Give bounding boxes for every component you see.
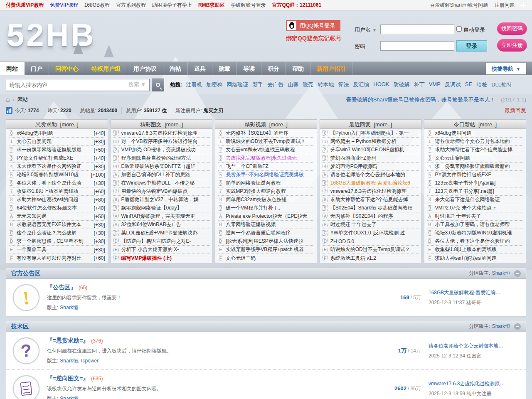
hot-search-link[interactable]: 脱壳: [303, 81, 313, 89]
topic-link[interactable]: vmware17.6.3去虚拟化过检测原理: [330, 188, 419, 195]
topic-link[interactable]: ZH OD 5.0: [330, 239, 419, 244]
topic-link[interactable]: 请各位老师给个文心云封包本地的: [435, 138, 523, 145]
topbar-link[interactable]: 付费优质VIP教程: [6, 2, 44, 9]
quick-nav-button[interactable]: 快捷导航 ▼: [486, 63, 526, 74]
moderator-link[interactable]: Shark恒: [492, 323, 510, 330]
hot-search-link[interactable]: 去广告: [267, 81, 283, 89]
forum-link[interactable]: 『=悬赏求助=』: [47, 337, 89, 344]
nav-tab-9[interactable]: 积分: [261, 62, 286, 75]
find-password-button[interactable]: 找回密码: [497, 22, 527, 35]
nav-tab-6[interactable]: 道具: [188, 62, 212, 75]
topic-link[interactable]: 系统激活工具箱 v1.2: [330, 255, 419, 262]
topic-link[interactable]: YW单文件ODX1.0 [反环境检测 过: [330, 229, 419, 236]
topic-link[interactable]: 简单用C32am突破灰色按钮: [226, 196, 314, 203]
topic-link[interactable]: [脱壳系列]利用ESP定律大法快速脱: [226, 238, 314, 245]
hot-search-link[interactable]: 算法: [338, 81, 349, 89]
hot-search-link[interactable]: 防破解: [394, 81, 410, 89]
topic-link[interactable]: 听说烛火的OD过不去Tvmp反调试？: [226, 138, 314, 145]
topic-link[interactable]: 飞艹一个CF雷盾FZ: [226, 163, 314, 170]
topic-link[interactable]: 求一个解密思路，CE里看不到: [17, 238, 92, 245]
topic-link[interactable]: 求教易语言无壳EXE软件文本: [17, 221, 92, 228]
topic-link[interactable]: 有没有屌大的可以过内存对比: [17, 255, 92, 262]
fullscreen-arrows-icon[interactable]: [520, 2, 526, 8]
topic-link[interactable]: 编写VMP爆破插件 (上): [121, 255, 210, 262]
topic-link[interactable]: 八零网络验证爆破视频: [226, 221, 314, 228]
topic-link[interactable]: 文心云vm和未v快速找三码教程: [226, 146, 314, 153]
topic-link[interactable]: 【防逆向】易语言防逆向之对E-: [121, 238, 210, 245]
nav-tab-11[interactable]: 新用户指引: [310, 62, 352, 75]
topbar-link[interactable]: 168GB教程: [84, 2, 110, 9]
topic-link[interactable]: 求一份飘零网络验证旗舰版最新的: [435, 163, 523, 170]
topic-link[interactable]: 收集些1.8以上版本的离线版: [17, 188, 92, 195]
topic-link[interactable]: 各位大佬，看下这个是什么验证的: [435, 238, 523, 245]
topic-link[interactable]: 某LOL走砍E盾+VMP卡登陆解决办: [121, 229, 210, 236]
hot-search-link[interactable]: 注册机: [186, 81, 202, 89]
topic-link[interactable]: 123云盘电子书分享[Ajax篇]: [435, 180, 523, 187]
collapse-section-button[interactable]: [514, 323, 521, 330]
nav-tab-8[interactable]: 导读: [237, 62, 261, 75]
topic-link[interactable]: PY源文件帮忙打包成EXE: [17, 155, 92, 162]
moderator-link[interactable]: Shark恒: [492, 270, 510, 277]
topic-link[interactable]: 悬赏杀手--不知名网络验证完美爆破: [226, 171, 314, 178]
nav-tab-3[interactable]: 特权用户组: [85, 62, 127, 75]
hot-search-link[interactable]: 新手: [252, 81, 263, 89]
forum-moderator-link[interactable]: Shark恒: [60, 396, 78, 399]
topic-link[interactable]: E盾拯救计划之V37，中转算法，妈: [121, 196, 210, 203]
nav-tab-5[interactable]: 淘帖: [163, 62, 188, 75]
topic-link[interactable]: x64dbg使用问题: [435, 130, 523, 137]
column-more-link[interactable]: [more..]: [477, 121, 497, 128]
topic-link[interactable]: 求助大神帮忙看下这2个信息能去掉: [435, 146, 523, 153]
hot-search-link[interactable]: SE: [465, 81, 472, 89]
topic-link[interactable]: 这个是什么验证？怎么破解: [17, 229, 92, 236]
search-input[interactable]: [6, 82, 128, 88]
nav-tab-1[interactable]: 门户: [25, 62, 49, 75]
auto-login-checkbox[interactable]: [456, 26, 462, 32]
hot-search-link[interactable]: VMP: [429, 81, 441, 89]
topic-link[interactable]: 实战某新手练手VB程序+patch 机器: [226, 246, 314, 253]
search-button[interactable]: [152, 79, 164, 91]
newest-user-link[interactable]: 鬼灭之刃: [203, 108, 223, 113]
topic-link[interactable]: 64位软件怎么修改标题文本: [17, 204, 92, 212]
topic-link[interactable]: 时过境迁 十年过去了: [435, 213, 523, 220]
column-more-link[interactable]: [more..]: [268, 121, 288, 128]
topic-link[interactable]: 破一个VM程序并打补丁。: [226, 204, 314, 212]
topic-link[interactable]: 梦幻西游PC押镖源码: [330, 163, 419, 170]
nav-tab-10[interactable]: 帮助: [286, 62, 310, 75]
topic-link[interactable]: VMP加壳 OD报错，变态爆破成功: [121, 146, 210, 153]
topic-link[interactable]: E盾常规破法秒杀某DNFFZ（超详: [121, 163, 210, 170]
topic-link[interactable]: 分享win7 Win10可CF DNF虚拟机: [330, 146, 419, 153]
topic-link[interactable]: Private exe Protector脱壳（EPE脱壳: [226, 213, 314, 220]
topic-link[interactable]: 在Windows中劫持DLL - 不传之秘: [121, 180, 210, 187]
topic-link[interactable]: 文心元追三码: [226, 255, 314, 262]
forum-moderator-link[interactable]: Icpower: [81, 358, 99, 364]
topic-link[interactable]: 123云盘电子书分享[.net篇]: [435, 188, 523, 195]
topic-link[interactable]: 文心云山寨问题: [17, 138, 92, 145]
hot-search-link[interactable]: 反汇编: [353, 81, 369, 89]
topbar-right-link[interactable]: 吾爱破解Shark恒账号问题: [430, 2, 488, 9]
topic-link[interactable]: 【S02E04】Shark恒 零基础逆向教程: [330, 204, 419, 212]
topic-link[interactable]: 小工具被加了密码，请各位老师帮: [435, 221, 523, 228]
topic-link[interactable]: 简单的网络验证逆向教程: [226, 180, 314, 187]
qq-login-button[interactable]: 用QQ帐号登录: [286, 20, 340, 31]
hot-search-link[interactable]: DLL劫持: [491, 81, 512, 89]
login-button[interactable]: 登录: [456, 40, 487, 52]
topbar-link[interactable]: 学破解账号登录: [231, 2, 266, 9]
nav-tab-4[interactable]: 用户协议: [127, 62, 163, 75]
column-more-link[interactable]: [more..]: [372, 121, 392, 128]
topic-link[interactable]: 无壳未知闪退: [17, 213, 92, 220]
topic-link[interactable]: 来大佬看下这是什么网络验证: [17, 163, 92, 170]
exclamation-icon[interactable]: !: [12, 283, 41, 312]
hot-search-link[interactable]: 转本地: [318, 81, 334, 89]
document-icon[interactable]: [12, 374, 41, 399]
topic-link[interactable]: 实战MP3转换大师逆向教程: [226, 188, 314, 195]
topic-link[interactable]: 168GB大量破解教程-吾爱汇编论坛6: [330, 180, 419, 187]
topbar-link[interactable]: 官方系列教程: [116, 2, 146, 9]
topbar-link[interactable]: 免费VIP课程: [50, 2, 78, 9]
topic-link[interactable]: VMP2.07壳 来个大佬指点下: [435, 204, 523, 212]
nav-tab-7[interactable]: 勋章: [212, 62, 237, 75]
username-label[interactable]: 用户名▼: [355, 26, 377, 34]
hot-search-link[interactable]: 网络验证: [227, 81, 248, 89]
hot-search-link[interactable]: 反调试: [445, 81, 461, 89]
nav-tab-0[interactable]: 网站: [0, 62, 25, 75]
topic-link[interactable]: 壳内修补【S02E04】的程序: [330, 213, 419, 220]
